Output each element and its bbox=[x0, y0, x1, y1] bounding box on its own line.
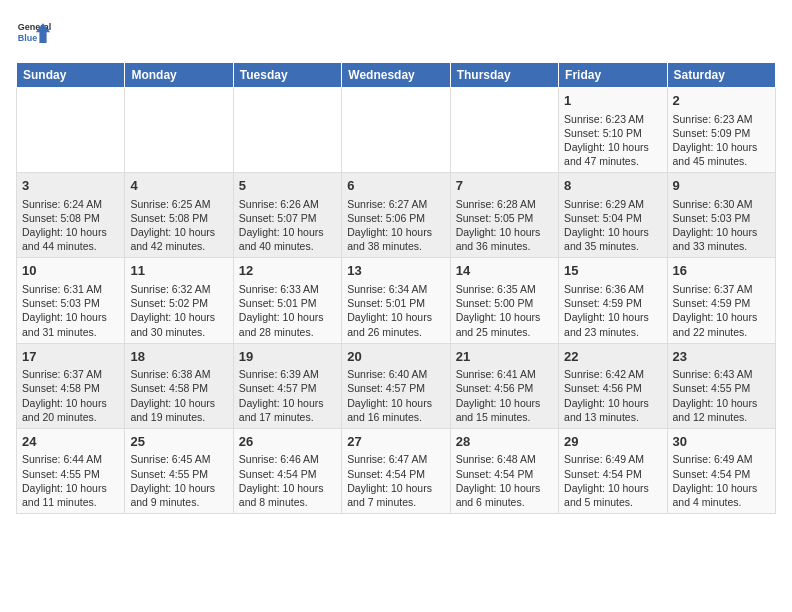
week-row-4: 17Sunrise: 6:37 AMSunset: 4:58 PMDayligh… bbox=[17, 343, 776, 428]
weekday-header-monday: Monday bbox=[125, 63, 233, 88]
day-info: Daylight: 10 hours and 16 minutes. bbox=[347, 396, 444, 424]
day-info: Sunset: 4:57 PM bbox=[239, 381, 336, 395]
day-info: Daylight: 10 hours and 38 minutes. bbox=[347, 225, 444, 253]
day-cell: 7Sunrise: 6:28 AMSunset: 5:05 PMDaylight… bbox=[450, 173, 558, 258]
day-cell bbox=[125, 88, 233, 173]
day-info: Sunset: 5:07 PM bbox=[239, 211, 336, 225]
day-info: Daylight: 10 hours and 42 minutes. bbox=[130, 225, 227, 253]
day-info: Daylight: 10 hours and 23 minutes. bbox=[564, 310, 661, 338]
day-info: Sunrise: 6:27 AM bbox=[347, 197, 444, 211]
day-info: Sunrise: 6:25 AM bbox=[130, 197, 227, 211]
day-info: Sunrise: 6:36 AM bbox=[564, 282, 661, 296]
day-info: Sunset: 5:05 PM bbox=[456, 211, 553, 225]
day-info: Daylight: 10 hours and 13 minutes. bbox=[564, 396, 661, 424]
day-cell: 21Sunrise: 6:41 AMSunset: 4:56 PMDayligh… bbox=[450, 343, 558, 428]
day-info: Sunrise: 6:23 AM bbox=[564, 112, 661, 126]
day-info: Sunset: 4:54 PM bbox=[239, 467, 336, 481]
day-info: Sunset: 5:03 PM bbox=[673, 211, 770, 225]
day-cell: 24Sunrise: 6:44 AMSunset: 4:55 PMDayligh… bbox=[17, 428, 125, 513]
day-number: 13 bbox=[347, 262, 444, 280]
day-cell: 8Sunrise: 6:29 AMSunset: 5:04 PMDaylight… bbox=[559, 173, 667, 258]
day-number: 1 bbox=[564, 92, 661, 110]
day-info: Sunrise: 6:37 AM bbox=[22, 367, 119, 381]
day-info: Daylight: 10 hours and 15 minutes. bbox=[456, 396, 553, 424]
weekday-header-wednesday: Wednesday bbox=[342, 63, 450, 88]
day-number: 27 bbox=[347, 433, 444, 451]
day-info: Sunset: 5:01 PM bbox=[239, 296, 336, 310]
day-info: Sunset: 5:02 PM bbox=[130, 296, 227, 310]
day-cell: 30Sunrise: 6:49 AMSunset: 4:54 PMDayligh… bbox=[667, 428, 775, 513]
day-info: Sunset: 5:10 PM bbox=[564, 126, 661, 140]
weekday-header-row: SundayMondayTuesdayWednesdayThursdayFrid… bbox=[17, 63, 776, 88]
day-info: Sunrise: 6:32 AM bbox=[130, 282, 227, 296]
day-info: Sunrise: 6:46 AM bbox=[239, 452, 336, 466]
day-info: Daylight: 10 hours and 6 minutes. bbox=[456, 481, 553, 509]
day-cell: 22Sunrise: 6:42 AMSunset: 4:56 PMDayligh… bbox=[559, 343, 667, 428]
day-info: Sunrise: 6:48 AM bbox=[456, 452, 553, 466]
day-info: Sunrise: 6:35 AM bbox=[456, 282, 553, 296]
day-cell bbox=[450, 88, 558, 173]
day-cell: 18Sunrise: 6:38 AMSunset: 4:58 PMDayligh… bbox=[125, 343, 233, 428]
day-info: Sunset: 5:01 PM bbox=[347, 296, 444, 310]
day-cell: 9Sunrise: 6:30 AMSunset: 5:03 PMDaylight… bbox=[667, 173, 775, 258]
day-info: Daylight: 10 hours and 20 minutes. bbox=[22, 396, 119, 424]
day-number: 19 bbox=[239, 348, 336, 366]
day-number: 12 bbox=[239, 262, 336, 280]
day-cell: 16Sunrise: 6:37 AMSunset: 4:59 PMDayligh… bbox=[667, 258, 775, 343]
day-number: 24 bbox=[22, 433, 119, 451]
day-cell: 28Sunrise: 6:48 AMSunset: 4:54 PMDayligh… bbox=[450, 428, 558, 513]
weekday-header-thursday: Thursday bbox=[450, 63, 558, 88]
day-number: 9 bbox=[673, 177, 770, 195]
day-info: Daylight: 10 hours and 40 minutes. bbox=[239, 225, 336, 253]
day-number: 3 bbox=[22, 177, 119, 195]
day-number: 4 bbox=[130, 177, 227, 195]
day-info: Daylight: 10 hours and 35 minutes. bbox=[564, 225, 661, 253]
day-cell: 4Sunrise: 6:25 AMSunset: 5:08 PMDaylight… bbox=[125, 173, 233, 258]
day-number: 30 bbox=[673, 433, 770, 451]
day-info: Sunset: 4:56 PM bbox=[564, 381, 661, 395]
day-number: 20 bbox=[347, 348, 444, 366]
day-info: Daylight: 10 hours and 44 minutes. bbox=[22, 225, 119, 253]
day-info: Sunrise: 6:28 AM bbox=[456, 197, 553, 211]
week-row-5: 24Sunrise: 6:44 AMSunset: 4:55 PMDayligh… bbox=[17, 428, 776, 513]
day-info: Daylight: 10 hours and 8 minutes. bbox=[239, 481, 336, 509]
day-info: Sunrise: 6:29 AM bbox=[564, 197, 661, 211]
day-cell bbox=[233, 88, 341, 173]
day-cell: 12Sunrise: 6:33 AMSunset: 5:01 PMDayligh… bbox=[233, 258, 341, 343]
day-cell bbox=[17, 88, 125, 173]
day-info: Sunset: 4:54 PM bbox=[456, 467, 553, 481]
day-info: Sunrise: 6:23 AM bbox=[673, 112, 770, 126]
day-info: Daylight: 10 hours and 26 minutes. bbox=[347, 310, 444, 338]
day-info: Sunset: 5:08 PM bbox=[130, 211, 227, 225]
weekday-header-saturday: Saturday bbox=[667, 63, 775, 88]
day-info: Sunset: 5:08 PM bbox=[22, 211, 119, 225]
day-info: Daylight: 10 hours and 4 minutes. bbox=[673, 481, 770, 509]
day-info: Daylight: 10 hours and 7 minutes. bbox=[347, 481, 444, 509]
day-info: Daylight: 10 hours and 17 minutes. bbox=[239, 396, 336, 424]
day-info: Sunrise: 6:37 AM bbox=[673, 282, 770, 296]
day-number: 10 bbox=[22, 262, 119, 280]
day-info: Sunrise: 6:44 AM bbox=[22, 452, 119, 466]
day-cell: 13Sunrise: 6:34 AMSunset: 5:01 PMDayligh… bbox=[342, 258, 450, 343]
day-cell: 25Sunrise: 6:45 AMSunset: 4:55 PMDayligh… bbox=[125, 428, 233, 513]
day-cell: 29Sunrise: 6:49 AMSunset: 4:54 PMDayligh… bbox=[559, 428, 667, 513]
week-row-2: 3Sunrise: 6:24 AMSunset: 5:08 PMDaylight… bbox=[17, 173, 776, 258]
day-info: Daylight: 10 hours and 11 minutes. bbox=[22, 481, 119, 509]
day-info: Sunrise: 6:42 AM bbox=[564, 367, 661, 381]
weekday-header-tuesday: Tuesday bbox=[233, 63, 341, 88]
day-cell: 5Sunrise: 6:26 AMSunset: 5:07 PMDaylight… bbox=[233, 173, 341, 258]
day-number: 7 bbox=[456, 177, 553, 195]
day-cell: 19Sunrise: 6:39 AMSunset: 4:57 PMDayligh… bbox=[233, 343, 341, 428]
day-info: Daylight: 10 hours and 9 minutes. bbox=[130, 481, 227, 509]
week-row-3: 10Sunrise: 6:31 AMSunset: 5:03 PMDayligh… bbox=[17, 258, 776, 343]
day-number: 28 bbox=[456, 433, 553, 451]
day-cell: 27Sunrise: 6:47 AMSunset: 4:54 PMDayligh… bbox=[342, 428, 450, 513]
day-info: Sunset: 4:55 PM bbox=[673, 381, 770, 395]
day-info: Sunset: 5:06 PM bbox=[347, 211, 444, 225]
day-number: 15 bbox=[564, 262, 661, 280]
day-number: 22 bbox=[564, 348, 661, 366]
day-info: Daylight: 10 hours and 47 minutes. bbox=[564, 140, 661, 168]
day-info: Sunrise: 6:47 AM bbox=[347, 452, 444, 466]
day-info: Sunset: 4:58 PM bbox=[22, 381, 119, 395]
day-info: Daylight: 10 hours and 25 minutes. bbox=[456, 310, 553, 338]
